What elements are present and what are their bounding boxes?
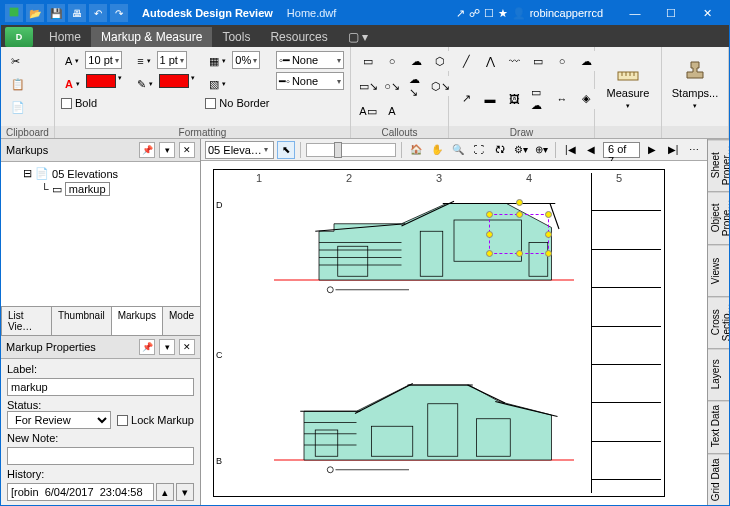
close-button[interactable]: ✕	[689, 2, 725, 24]
draw-rect-button[interactable]: ▭	[527, 51, 549, 71]
tab-home[interactable]: Home	[39, 27, 91, 47]
last-page-button[interactable]: ▶|	[664, 141, 682, 159]
view-more-button[interactable]: ⋯	[685, 141, 703, 159]
fill-style-button[interactable]: ▦▾	[205, 51, 230, 71]
tab-addin[interactable]: ▢ ▾	[338, 27, 378, 47]
tab-thumbnail[interactable]: Thumbnail	[51, 306, 112, 335]
draw-line-button[interactable]: ╱	[455, 51, 477, 71]
star-icon[interactable]: ★	[498, 7, 508, 20]
callout-poly-button[interactable]: ⬡	[429, 51, 451, 71]
arrow-start-combo[interactable]: ◦━ None▾	[276, 51, 344, 69]
label-input[interactable]	[7, 378, 194, 396]
view-target-button[interactable]: ⊕▾	[532, 141, 550, 159]
draw-rectcloud-button[interactable]: ▭☁	[527, 89, 549, 109]
zoom-window-button[interactable]: 🔍	[449, 141, 467, 159]
rtab-text-data[interactable]: Text Data	[708, 400, 729, 452]
callout-cloud-button[interactable]: ☁	[405, 51, 427, 71]
view-options-button[interactable]: ⚙▾	[512, 141, 530, 159]
tab-tools[interactable]: Tools	[212, 27, 260, 47]
rtab-cross-sections[interactable]: Cross Sectio…	[708, 296, 729, 348]
rtab-layers[interactable]: Layers	[708, 348, 729, 400]
history-down-button[interactable]: ▾	[176, 483, 194, 501]
lock-markup-checkbox[interactable]: Lock Markup	[117, 414, 194, 426]
newnote-input[interactable]	[7, 447, 194, 465]
callout-cloudleader-button[interactable]: ☁↘	[405, 76, 427, 96]
callout-polyleader-button[interactable]: ⬡↘	[429, 76, 451, 96]
paste-button[interactable]: 📄	[7, 97, 29, 117]
bold-checkbox[interactable]: Bold	[61, 97, 129, 109]
markups-tree[interactable]: ⊟ 📄 05 Elevations └ ▭ markup	[1, 162, 200, 306]
callout-textnote-button[interactable]: A	[381, 101, 403, 121]
draw-ellipse-button[interactable]: ○	[551, 51, 573, 71]
measure-button[interactable]: Measure ▾	[601, 51, 655, 117]
callout-rectleader-button[interactable]: ▭↘	[357, 76, 379, 96]
rtab-sheet-properties[interactable]: Sheet Proper…	[708, 139, 729, 191]
markup-selection-box[interactable]	[489, 214, 549, 254]
font-color-button[interactable]: A▾	[61, 74, 84, 94]
stamps-button[interactable]: Stamps... ▾	[668, 51, 722, 117]
share-icon[interactable]: ↗	[456, 7, 465, 20]
tab-mode[interactable]: Mode	[162, 306, 201, 335]
cloud-icon[interactable]: ☐	[484, 7, 494, 20]
drawing-canvas[interactable]: 12345	[201, 161, 707, 505]
sheet-combo[interactable]: 05 Eleva…▾	[205, 141, 274, 159]
draw-image-button[interactable]: 🖼	[503, 89, 525, 109]
minimize-button[interactable]: —	[617, 2, 653, 24]
prev-page-button[interactable]: ◀	[582, 141, 600, 159]
home-view-button[interactable]: 🏠	[407, 141, 425, 159]
noborder-checkbox[interactable]: No Border	[205, 97, 272, 109]
rtab-grid-data[interactable]: Grid Data	[708, 453, 729, 505]
qat-redo-button[interactable]: ↷	[110, 4, 128, 22]
qat-save-button[interactable]: 💾	[47, 4, 65, 22]
first-page-button[interactable]: |◀	[561, 141, 579, 159]
qat-undo-button[interactable]: ↶	[89, 4, 107, 22]
line-weight-combo[interactable]: 1 pt▾	[157, 51, 187, 69]
font-color-swatch[interactable]	[86, 74, 116, 88]
props-pin-button[interactable]: 📌	[139, 339, 155, 355]
rtab-views[interactable]: Views	[708, 244, 729, 296]
username[interactable]: robincapperrcd	[530, 7, 603, 19]
tab-listview[interactable]: List Vie…	[1, 306, 52, 335]
draw-polyline-button[interactable]: ⋀	[479, 51, 501, 71]
next-page-button[interactable]: ▶	[643, 141, 661, 159]
line-color-swatch[interactable]	[159, 74, 189, 88]
draw-freehand-button[interactable]: 〰	[503, 51, 525, 71]
history-input[interactable]	[7, 483, 154, 501]
markups-pin-button[interactable]: 📌	[139, 142, 155, 158]
arrow-end-combo[interactable]: ━◦ None▾	[276, 72, 344, 90]
history-up-button[interactable]: ▴	[156, 483, 174, 501]
props-menu-button[interactable]: ▾	[159, 339, 175, 355]
draw-dimension-button[interactable]: ↔	[551, 89, 573, 109]
qat-open-button[interactable]: 📂	[26, 4, 44, 22]
tab-markup-measure[interactable]: Markup & Measure	[91, 27, 212, 47]
draw-symbol-button[interactable]: ◈	[575, 89, 597, 109]
link-icon[interactable]: ☍	[469, 7, 480, 20]
cut-button[interactable]: ✂	[7, 51, 29, 71]
tab-resources[interactable]: Resources	[260, 27, 337, 47]
qat-print-button[interactable]: 🖶	[68, 4, 86, 22]
callout-text-button[interactable]: A▭	[357, 101, 379, 121]
draw-highlight-button[interactable]: ▬	[479, 89, 501, 109]
app-menu-button[interactable]	[5, 4, 23, 22]
markups-close-button[interactable]: ✕	[179, 142, 195, 158]
line-style-button[interactable]: ≡▾	[133, 51, 154, 71]
select-tool-button[interactable]: ⬉	[277, 141, 295, 159]
tab-markups[interactable]: Markups	[111, 306, 163, 335]
pan-button[interactable]: ✋	[428, 141, 446, 159]
rtab-object-properties[interactable]: Object Prope…	[708, 191, 729, 243]
maximize-button[interactable]: ☐	[653, 2, 689, 24]
fill-button[interactable]: ▧▾	[205, 74, 230, 94]
copy-button[interactable]: 📋	[7, 74, 29, 94]
app-button[interactable]: D	[5, 27, 33, 47]
user-icon[interactable]: 👤	[512, 7, 526, 20]
tree-markup-node[interactable]: └ ▭ markup	[41, 181, 196, 197]
tree-root-node[interactable]: ⊟ 📄 05 Elevations	[23, 166, 196, 181]
opacity-combo[interactable]: 0%▾	[232, 51, 260, 69]
callout-ellipseleader-button[interactable]: ○↘	[381, 76, 403, 96]
markups-menu-button[interactable]: ▾	[159, 142, 175, 158]
zoom-extents-button[interactable]: ⛶	[470, 141, 488, 159]
draw-polycloud-button[interactable]: ☁	[575, 51, 597, 71]
props-close-button[interactable]: ✕	[179, 339, 195, 355]
draw-arrow-button[interactable]: ↗	[455, 89, 477, 109]
font-picker-button[interactable]: A▾	[61, 51, 83, 71]
